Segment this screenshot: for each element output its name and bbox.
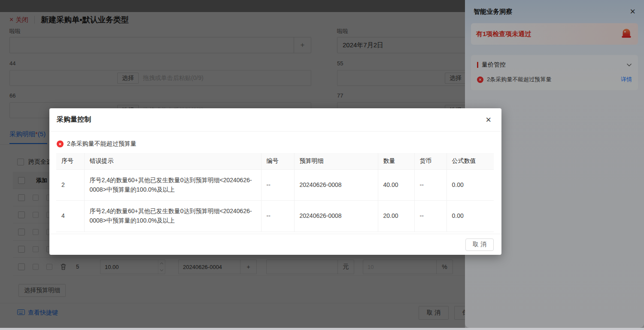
- col-header-qty: 数量: [378, 153, 414, 170]
- table-row: 4 序号2,4的数量60+其他已发生数量0达到预算明细<20240626-000…: [56, 201, 494, 232]
- cell-seq: 4: [56, 201, 84, 232]
- error-table: 序号 错误提示 编号 预算明细 数量 货币 公式数值 2 序号2,4的数量60+…: [56, 153, 494, 232]
- modal-footer: 取 消: [49, 234, 501, 255]
- close-icon[interactable]: ×: [486, 115, 491, 125]
- col-header-code: 编号: [261, 153, 294, 170]
- col-header-seq: 序号: [56, 153, 84, 170]
- modal-title: 采购量控制: [57, 115, 91, 124]
- table-row: 2 序号2,4的数量60+其他已发生数量0达到预算明细<20240626-000…: [56, 170, 494, 201]
- cell-budget: 20240626-0008: [294, 201, 378, 232]
- cell-code: --: [261, 170, 294, 201]
- cell-currency: --: [414, 201, 447, 232]
- modal-header: 采购量控制 ×: [49, 108, 501, 131]
- cell-formula: 0.00: [447, 170, 494, 201]
- cell-currency: --: [414, 170, 447, 201]
- cell-error: 序号2,4的数量60+其他已发生数量0达到预算明细<20240626-0008>…: [84, 201, 261, 232]
- quantity-control-modal: 采购量控制 × × 2条采购量不能超过预算量 序号 错误提示 编号 预算明细 数…: [49, 108, 501, 255]
- col-header-budget: 预算明细: [294, 153, 378, 170]
- cell-formula: 0.00: [447, 201, 494, 232]
- modal-error-text: 2条采购量不能超过预算量: [67, 140, 137, 148]
- modal-error-row: × 2条采购量不能超过预算量: [57, 140, 501, 148]
- error-table-header-row: 序号 错误提示 编号 预算明细 数量 货币 公式数值: [56, 153, 494, 170]
- cell-qty: 40.00: [378, 170, 414, 201]
- col-header-currency: 货币: [414, 153, 447, 170]
- error-icon: ×: [57, 141, 64, 147]
- cell-code: --: [261, 201, 294, 232]
- screen: × 关闭 新建采购单•默认业务类型 啦啦 啦啦 + 44 55 选择 拖拽或单击…: [0, 0, 644, 330]
- cell-qty: 20.00: [378, 201, 414, 232]
- col-header-formula: 公式数值: [447, 153, 494, 170]
- modal-cancel-button[interactable]: 取 消: [465, 238, 494, 251]
- cell-error: 序号2,4的数量60+其他已发生数量0达到预算明细<20240626-0008>…: [84, 170, 261, 201]
- cell-budget: 20240626-0008: [294, 170, 378, 201]
- col-header-error: 错误提示: [84, 153, 261, 170]
- cell-seq: 2: [56, 170, 84, 201]
